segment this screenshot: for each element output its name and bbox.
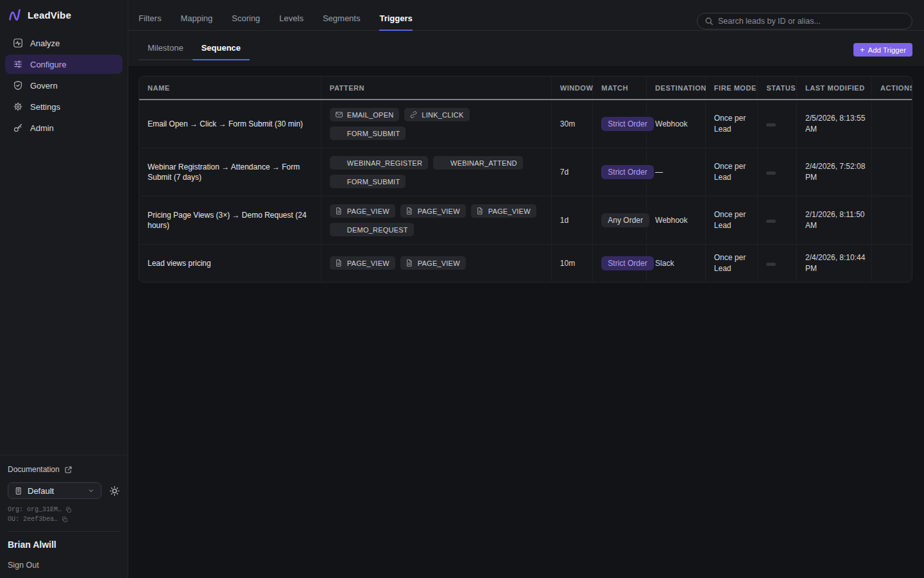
search-bar — [697, 13, 912, 30]
sidebar-item-admin[interactable]: Admin — [5, 118, 123, 137]
activity-icon — [13, 38, 23, 48]
sidebar-item-govern[interactable]: Govern — [5, 76, 123, 95]
match-badge: Strict Order — [601, 165, 653, 179]
pattern-tag: FORM_SUBMIT — [330, 127, 406, 140]
status-toggle[interactable] — [766, 220, 776, 223]
pattern-tags: WEBINAR_REGISTER WEBINAR_ATTEND FORM_SUB… — [330, 156, 546, 188]
documentation-link[interactable]: Documentation — [8, 465, 120, 474]
last-modified-value: 2/4/2026, 7:52:08PM — [805, 161, 872, 183]
window-value: 10m — [560, 259, 575, 268]
triggers-table-card: NAMEPATTERNWINDOWMATCHDESTINATIONFIRE MO… — [139, 76, 912, 283]
triggers-table: NAMEPATTERNWINDOWMATCHDESTINATIONFIRE MO… — [139, 76, 912, 282]
sign-out-link[interactable]: Sign Out — [8, 561, 120, 570]
match-badge: Strict Order — [601, 117, 653, 131]
fire-mode-value: Once perLead — [714, 113, 751, 135]
col-last-modified: LAST MODIFIED — [796, 76, 871, 100]
empty-icon-slot — [438, 159, 447, 167]
destination-value: Webhook — [655, 119, 687, 128]
col-destination: DESTINATION — [647, 76, 706, 100]
key-icon — [13, 123, 23, 133]
sidebar-item-label: Govern — [30, 81, 58, 91]
file-icon — [476, 207, 484, 215]
pattern-tags: PAGE_VIEW PAGE_VIEW — [330, 256, 546, 270]
sidebar-item-label: Analyze — [30, 39, 60, 48]
pattern-tag: DEMO_REQUEST — [330, 223, 414, 236]
environment-value: Default — [28, 486, 82, 496]
copy-icon[interactable] — [62, 516, 68, 523]
empty-icon-slot — [335, 129, 343, 137]
search-input[interactable] — [718, 17, 905, 26]
org-ids: Org: org_31EM… OU: 2eef3bea… — [8, 506, 120, 523]
sidebar-item-analyze[interactable]: Analyze — [5, 33, 123, 53]
ou-value: 2eef3bea… — [23, 516, 58, 523]
window-value: 30m — [560, 119, 575, 128]
tab-scoring[interactable]: Scoring — [232, 13, 260, 31]
org-value: org_31EM… — [27, 506, 62, 513]
sidebar-item-settings[interactable]: Settings — [5, 97, 123, 116]
trigger-name: Lead views pricing — [148, 258, 313, 268]
waveform-logo-icon — [8, 8, 22, 22]
tab-segments[interactable]: Segments — [323, 13, 361, 31]
pattern-tags: EMAIL_OPEN LINK_CLICK FORM_SUBMIT — [330, 108, 546, 140]
topbar: FiltersMappingScoringLevelsSegmentsTrigg… — [128, 0, 924, 67]
sliders-icon — [13, 59, 23, 69]
email-icon — [335, 110, 343, 119]
trigger-name: Webinar Registration → Attendance → Form… — [148, 162, 313, 182]
fire-mode-value: Once perLead — [714, 161, 751, 183]
external-link-icon — [64, 466, 73, 474]
plus-icon: + — [860, 46, 865, 54]
pattern-tag: FORM_SUBMIT — [330, 175, 406, 188]
file-icon — [406, 207, 414, 215]
col-name: NAME — [139, 76, 321, 100]
actions-cell — [871, 148, 912, 197]
tab-mapping[interactable]: Mapping — [180, 13, 212, 31]
col-match: MATCH — [593, 76, 647, 100]
sidebar-item-configure[interactable]: Configure — [5, 55, 123, 74]
table-row[interactable]: Lead views pricing PAGE_VIEW PAGE_VIEW 1… — [139, 245, 912, 282]
tab-triggers[interactable]: Triggers — [379, 13, 412, 31]
tab-filters[interactable]: Filters — [139, 13, 161, 31]
search-icon — [705, 17, 714, 26]
file-icon — [335, 207, 343, 215]
col-actions: ACTIONS — [871, 76, 912, 100]
table-row[interactable]: Email Open → Click → Form Submit (30 min… — [139, 100, 912, 148]
fire-mode-value: Once perLead — [714, 209, 751, 231]
pattern-tag: PAGE_VIEW — [471, 204, 536, 218]
environment-row: Default — [8, 482, 120, 499]
pattern-tags: PAGE_VIEW PAGE_VIEW PAGE_VIEW DEMO_REQUE… — [330, 204, 546, 236]
shield-icon — [13, 80, 23, 91]
window-value: 1d — [560, 216, 569, 225]
pattern-tag: WEBINAR_ATTEND — [433, 156, 523, 170]
chevron-down-icon — [87, 487, 95, 495]
empty-icon-slot — [335, 177, 343, 186]
col-window: WINDOW — [551, 76, 593, 100]
subtab-sequence[interactable]: Sequence — [193, 43, 250, 60]
col-fire-mode: FIRE MODE — [705, 76, 758, 100]
copy-icon[interactable] — [65, 507, 72, 513]
ou-label: OU: — [8, 516, 19, 523]
match-badge: Strict Order — [601, 256, 653, 270]
status-toggle[interactable] — [766, 263, 776, 266]
add-trigger-button[interactable]: + Add Trigger — [853, 43, 912, 57]
actions-cell — [871, 245, 912, 282]
table-row[interactable]: Pricing Page Views (3×) → Demo Request (… — [139, 197, 912, 245]
empty-icon-slot — [335, 225, 343, 234]
sidebar-item-label: Admin — [30, 123, 54, 133]
actions-cell — [871, 197, 912, 245]
status-toggle[interactable] — [766, 123, 776, 127]
col-status: STATUS — [758, 76, 797, 100]
tab-levels[interactable]: Levels — [279, 13, 304, 31]
table-body: Email Open → Click → Form Submit (30 min… — [139, 100, 912, 282]
org-label: Org: — [8, 506, 23, 513]
sidebar: LeadVibe Analyze Configure Govern Settin… — [0, 0, 128, 578]
table-header-row: NAMEPATTERNWINDOWMATCHDESTINATIONFIRE MO… — [139, 76, 912, 100]
table-row[interactable]: Webinar Registration → Attendance → Form… — [139, 148, 912, 197]
subtab-milestone[interactable]: Milestone — [139, 43, 193, 60]
status-toggle[interactable] — [766, 171, 776, 175]
theme-sun-icon[interactable] — [109, 486, 120, 496]
fire-mode-value: Once perLead — [714, 252, 751, 274]
ou-id-line: OU: 2eef3bea… — [8, 516, 120, 523]
add-trigger-label: Add Trigger — [868, 46, 906, 54]
pattern-tag: LINK_CLICK — [404, 108, 469, 121]
environment-select[interactable]: Default — [8, 482, 101, 499]
